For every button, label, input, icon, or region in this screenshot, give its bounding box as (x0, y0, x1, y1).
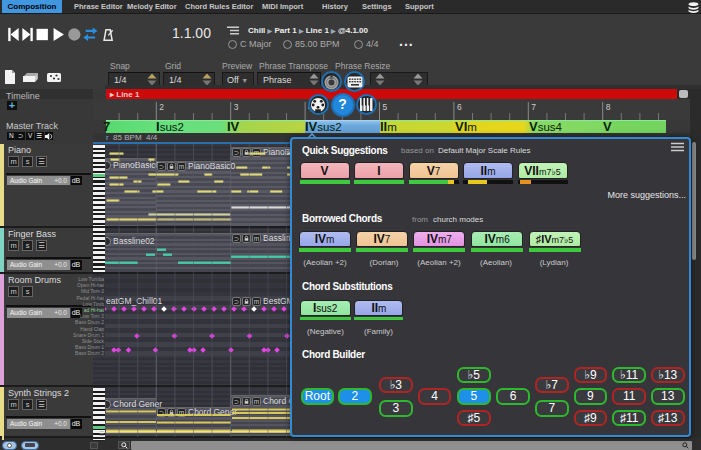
svg-text:7: 7 (531, 102, 536, 112)
svg-text:5: 5 (383, 102, 388, 112)
svg-text:6: 6 (457, 102, 462, 112)
svg-text:3: 3 (234, 102, 239, 112)
svg-text:2: 2 (159, 102, 164, 112)
svg-text:8: 8 (606, 102, 611, 112)
